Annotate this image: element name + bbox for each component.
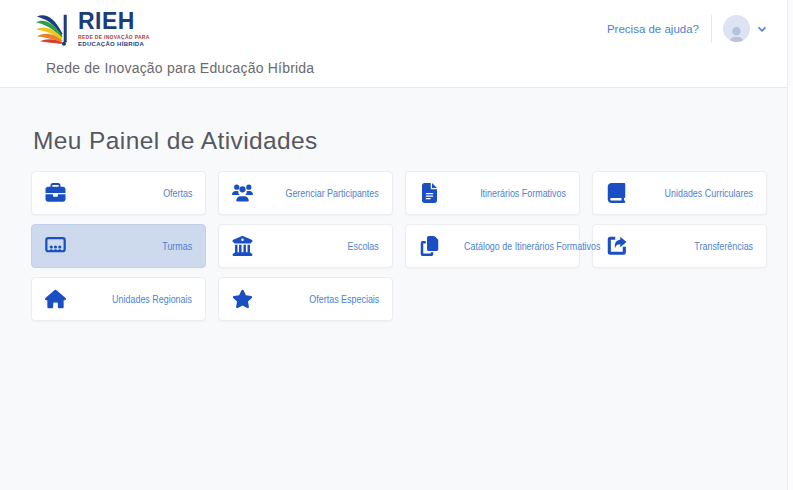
book-icon	[606, 183, 627, 203]
rieh-book-icon	[35, 10, 73, 48]
card-unidades-curriculares[interactable]: Unidades Curriculares	[592, 171, 767, 215]
card-label: Unidades Regionais	[112, 293, 192, 305]
card-label: Itinerários Formativos	[480, 187, 566, 199]
users-icon	[232, 183, 253, 203]
cards-grid: Ofertas Gerenciar Participantes Itinerár…	[31, 171, 793, 321]
home-icon	[45, 289, 66, 309]
page-title: Meu Painel de Atividades	[33, 127, 793, 155]
chevron-down-icon	[757, 24, 767, 34]
bank-icon	[232, 236, 253, 256]
header-right-controls: Precisa de ajuda?	[607, 15, 767, 43]
card-ofertas[interactable]: Ofertas	[31, 171, 206, 215]
logo-text-block: RIEH REDE DE INOVAÇÃO PARA EDUCAÇÃO HÍBR…	[78, 10, 150, 47]
main-content: Meu Painel de Atividades Ofertas Gerenci…	[0, 127, 793, 321]
card-itinerarios-formativos[interactable]: Itinerários Formativos	[405, 171, 580, 215]
file-lines-icon	[419, 183, 440, 203]
card-transferencias[interactable]: Transferências	[592, 224, 767, 268]
star-icon	[232, 289, 253, 309]
card-gerenciar-participantes[interactable]: Gerenciar Participantes	[218, 171, 393, 215]
card-turmas[interactable]: Turmas	[31, 224, 206, 268]
classroom-icon	[45, 236, 66, 256]
card-label: Transferências	[694, 240, 753, 252]
logo-word: RIEH	[78, 10, 150, 33]
scrollbar[interactable]	[787, 0, 793, 490]
help-link[interactable]: Precisa de ajuda?	[607, 23, 699, 35]
avatar	[723, 15, 750, 42]
card-label: Unidades Curriculares	[665, 187, 753, 199]
logo-tagline-2: EDUCAÇÃO HÍBRIDA	[78, 41, 150, 47]
copy-icon	[419, 236, 440, 256]
card-label: Gerenciar Participantes	[286, 187, 379, 199]
header-main-row: RIEH REDE DE INOVAÇÃO PARA EDUCAÇÃO HÍBR…	[0, 0, 793, 57]
card-label: Ofertas Especiais	[309, 293, 379, 305]
card-label: Ofertas	[163, 187, 192, 199]
card-unidades-regionais[interactable]: Unidades Regionais	[31, 277, 206, 321]
account-menu-button[interactable]	[723, 15, 767, 42]
card-label: Catálogo de Itinerários Formativos	[464, 240, 600, 252]
card-catalogo-de-itinerarios-formativos[interactable]: Catálogo de Itinerários Formativos	[405, 224, 580, 268]
user-icon	[729, 27, 744, 42]
logo-tagline-1: REDE DE INOVAÇÃO PARA	[78, 35, 150, 40]
card-escolas[interactable]: Escolas	[218, 224, 393, 268]
header: RIEH REDE DE INOVAÇÃO PARA EDUCAÇÃO HÍBR…	[0, 0, 793, 88]
rieh-logo[interactable]: RIEH REDE DE INOVAÇÃO PARA EDUCAÇÃO HÍBR…	[35, 10, 150, 48]
card-label: Turmas	[162, 240, 192, 252]
briefcase-icon	[45, 183, 66, 203]
header-divider	[711, 15, 712, 43]
card-ofertas-especiais[interactable]: Ofertas Especiais	[218, 277, 393, 321]
card-label: Escolas	[348, 240, 379, 252]
header-subtitle: Rede de Inovação para Educação Híbrida	[0, 57, 793, 87]
share-icon	[606, 236, 627, 256]
